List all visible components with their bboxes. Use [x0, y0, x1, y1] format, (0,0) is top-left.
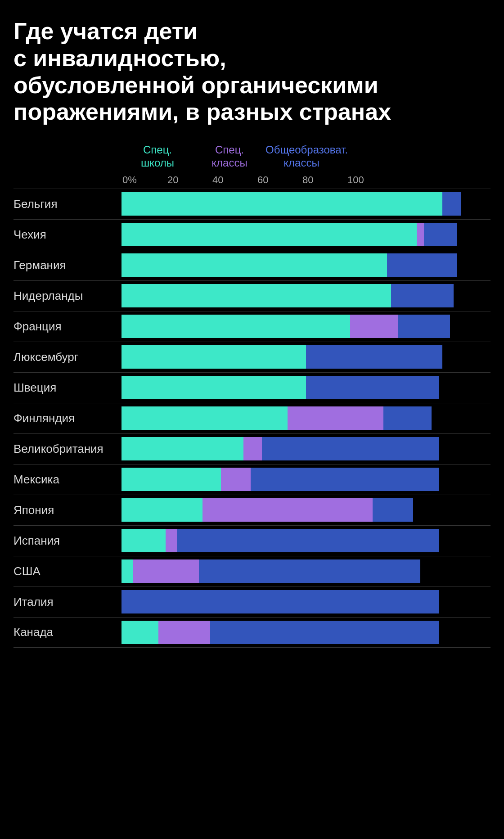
- chart-row: Франция: [14, 311, 490, 342]
- bar-general: [391, 284, 454, 307]
- bar-spec-class: [158, 621, 210, 644]
- country-label: Франция: [14, 320, 122, 334]
- bar-general: [442, 192, 461, 216]
- bar-general: [262, 437, 439, 460]
- bar-general: [387, 253, 457, 277]
- bar-container: [122, 621, 490, 644]
- bar-container: [122, 376, 490, 399]
- bar-general: [210, 621, 439, 644]
- bar-general: [122, 590, 439, 613]
- country-label: Великобритания: [14, 442, 122, 456]
- country-label: США: [14, 564, 122, 578]
- country-label: Финляндия: [14, 411, 122, 425]
- legend-spec-class: Спец.классы: [194, 144, 266, 170]
- bar-spec-school: [122, 498, 202, 522]
- bar-general: [306, 376, 439, 399]
- axis-label: 80: [302, 174, 346, 186]
- country-label: Люксембург: [14, 350, 122, 364]
- chart-row: Мексика: [14, 464, 490, 495]
- axis-label: 20: [166, 174, 212, 186]
- bar-general: [398, 315, 450, 338]
- bar-container: [122, 468, 490, 491]
- chart-row: Великобритания: [14, 433, 490, 464]
- country-label: Нидерланды: [14, 289, 122, 303]
- bar-spec-school: [122, 529, 166, 552]
- legend: Спец.школы Спец.классы Общеобразоват.кла…: [122, 144, 490, 170]
- axis-row: 0%20406080100: [122, 174, 490, 186]
- bar-spec-school: [122, 559, 133, 583]
- bar-container: [122, 529, 490, 552]
- bar-general: [177, 529, 439, 552]
- chart-row: Чехия: [14, 219, 490, 250]
- bar-spec-school: [122, 223, 417, 246]
- bar-spec-school: [122, 437, 243, 460]
- legend-spec-school: Спец.школы: [122, 144, 194, 170]
- axis-label: 40: [212, 174, 256, 186]
- bar-spec-school: [122, 315, 350, 338]
- bar-container: [122, 498, 490, 522]
- bar-container: [122, 406, 490, 430]
- bar-container: [122, 315, 490, 338]
- chart-area: БельгияЧехияГерманияНидерландыФранцияЛюк…: [14, 189, 490, 648]
- bar-container: [122, 345, 490, 369]
- bar-spec-class: [221, 468, 251, 491]
- chart-title: Где учатся дети с инвалидностью, обуслов…: [14, 18, 490, 126]
- bar-spec-school: [122, 253, 387, 277]
- country-label: Чехия: [14, 228, 122, 242]
- chart-row: Италия: [14, 586, 490, 617]
- country-label: Италия: [14, 595, 122, 609]
- bar-spec-class: [350, 315, 398, 338]
- chart-row: Япония: [14, 495, 490, 525]
- bar-container: [122, 437, 490, 460]
- chart-row: Германия: [14, 250, 490, 280]
- bar-spec-class: [202, 498, 372, 522]
- bar-container: [122, 559, 490, 583]
- chart-row: Нидерланды: [14, 280, 490, 311]
- chart-row: Финляндия: [14, 403, 490, 433]
- bar-spec-school: [122, 345, 306, 369]
- bar-spec-class: [243, 437, 262, 460]
- chart-row: Испания: [14, 525, 490, 556]
- country-label: Швеция: [14, 381, 122, 395]
- country-label: Мексика: [14, 473, 122, 487]
- axis-label: 60: [256, 174, 302, 186]
- bar-container: [122, 192, 490, 216]
- bar-container: [122, 223, 490, 246]
- axis-label: 100: [346, 174, 392, 186]
- country-label: Япония: [14, 503, 122, 517]
- chart-row: Люксембург: [14, 342, 490, 372]
- bar-spec-class: [417, 223, 424, 246]
- country-label: Испания: [14, 534, 122, 548]
- bar-general: [199, 559, 420, 583]
- bar-container: [122, 253, 490, 277]
- bar-container: [122, 590, 490, 613]
- legend-general: Общеобразоват.классы: [266, 144, 338, 170]
- bar-spec-school: [122, 284, 391, 307]
- chart-row: Бельгия: [14, 189, 490, 219]
- bar-spec-school: [122, 468, 221, 491]
- bar-spec-class: [133, 559, 199, 583]
- bar-general: [251, 468, 439, 491]
- country-label: Германия: [14, 258, 122, 272]
- bar-spec-class: [288, 406, 383, 430]
- bar-general: [383, 406, 432, 430]
- bar-general: [373, 498, 413, 522]
- bar-container: [122, 284, 490, 307]
- bar-spec-school: [122, 621, 158, 644]
- bar-general: [306, 345, 442, 369]
- axis-label: 0%: [122, 174, 166, 186]
- chart-row: Канада: [14, 617, 490, 648]
- country-label: Канада: [14, 625, 122, 639]
- chart-row: Швеция: [14, 372, 490, 403]
- bar-spec-class: [166, 529, 177, 552]
- bar-spec-school: [122, 406, 288, 430]
- bar-general: [424, 223, 457, 246]
- chart-row: США: [14, 556, 490, 586]
- country-label: Бельгия: [14, 197, 122, 211]
- bar-spec-school: [122, 376, 306, 399]
- bar-spec-school: [122, 192, 442, 216]
